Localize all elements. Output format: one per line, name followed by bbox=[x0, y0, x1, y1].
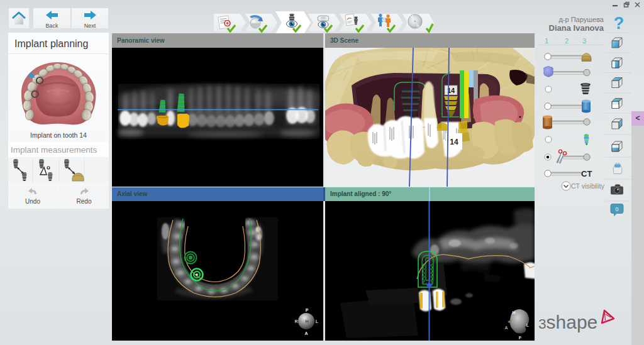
svg-text:H: H bbox=[512, 310, 515, 315]
svg-text:L: L bbox=[316, 319, 319, 324]
svg-text:3: 3 bbox=[582, 37, 586, 45]
svg-text:L: L bbox=[526, 323, 530, 327]
svg-text:A: A bbox=[304, 331, 308, 336]
svg-text:H: H bbox=[305, 319, 308, 324]
svg-text:14: 14 bbox=[450, 138, 458, 146]
svg-text:2: 2 bbox=[565, 37, 569, 45]
svg-text:1: 1 bbox=[545, 37, 548, 45]
svg-text:A: A bbox=[504, 326, 508, 330]
svg-text:CT visibility: CT visibility bbox=[571, 182, 605, 190]
svg-text:CT: CT bbox=[581, 169, 592, 178]
svg-text:0: 0 bbox=[615, 206, 618, 212]
svg-text:R: R bbox=[294, 319, 297, 324]
svg-text:F: F bbox=[519, 336, 522, 340]
svg-text:P: P bbox=[306, 308, 309, 312]
